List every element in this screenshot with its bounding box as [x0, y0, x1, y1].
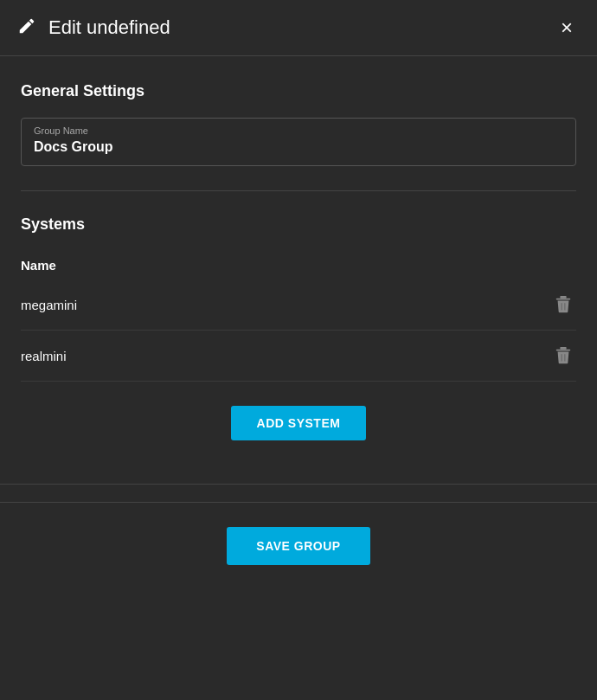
system-row: megamini [21, 279, 576, 331]
group-name-label: Group Name [34, 125, 563, 136]
save-group-section: SAVE GROUP [0, 502, 597, 591]
modal-header: Edit undefined × [0, 0, 597, 56]
system-name: megamini [21, 298, 77, 312]
save-group-button[interactable]: SAVE GROUP [227, 527, 369, 565]
system-name: realmini [21, 349, 67, 363]
systems-name-header: Name [21, 251, 576, 279]
systems-title: Systems [21, 215, 576, 234]
section-divider-1 [21, 190, 576, 191]
general-settings-title: General Settings [21, 82, 576, 100]
modal-body: General Settings Group Name Systems Name… [0, 56, 597, 466]
group-name-field: Group Name [21, 118, 576, 166]
section-divider-2 [0, 484, 597, 485]
modal-title: Edit undefined [48, 16, 554, 39]
close-button[interactable]: × [554, 14, 580, 42]
svg-rect-1 [556, 299, 571, 300]
general-settings-section: General Settings Group Name [21, 82, 576, 166]
systems-section: Systems Name megamini [21, 215, 576, 440]
svg-rect-5 [556, 350, 571, 351]
trash-icon [554, 344, 573, 367]
svg-rect-4 [560, 347, 566, 350]
edit-modal: Edit undefined × General Settings Group … [0, 0, 597, 700]
delete-megamini-button[interactable] [550, 290, 576, 319]
add-system-button[interactable]: ADD SYSTEM [231, 406, 367, 440]
trash-icon [554, 293, 573, 316]
edit-icon [17, 16, 36, 40]
add-system-section: ADD SYSTEM [21, 406, 576, 440]
system-row: realmini [21, 331, 576, 382]
group-name-input[interactable] [34, 139, 563, 155]
svg-rect-0 [560, 296, 566, 299]
delete-realmini-button[interactable] [550, 341, 576, 370]
systems-table: Name megamini realmini [21, 251, 576, 382]
